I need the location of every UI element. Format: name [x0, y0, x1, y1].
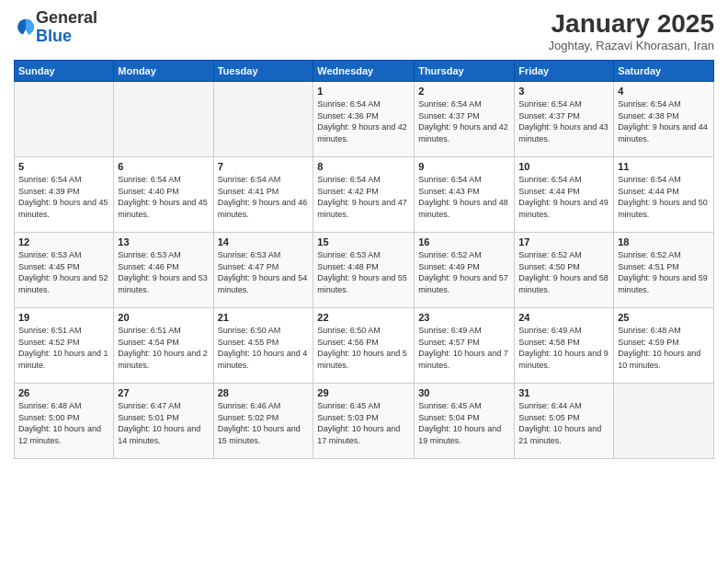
table-row: 7Sunrise: 6:54 AM Sunset: 4:41 PM Daylig…	[213, 157, 313, 233]
day-info: Sunrise: 6:53 AM Sunset: 4:47 PM Dayligh…	[218, 249, 310, 295]
calendar-header-row: Sunday Monday Tuesday Wednesday Thursday…	[15, 61, 714, 82]
day-info: Sunrise: 6:51 AM Sunset: 4:54 PM Dayligh…	[118, 325, 209, 371]
table-row: 4Sunrise: 6:54 AM Sunset: 4:38 PM Daylig…	[614, 82, 714, 157]
day-info: Sunrise: 6:54 AM Sunset: 4:43 PM Dayligh…	[418, 174, 510, 220]
day-number: 15	[317, 236, 410, 247]
table-row: 23Sunrise: 6:49 AM Sunset: 4:57 PM Dayli…	[415, 308, 515, 384]
table-row: 5Sunrise: 6:54 AM Sunset: 4:39 PM Daylig…	[15, 157, 114, 233]
day-number: 20	[118, 312, 209, 323]
day-number: 21	[218, 312, 310, 323]
calendar-week-row: 5Sunrise: 6:54 AM Sunset: 4:39 PM Daylig…	[15, 157, 714, 233]
table-row: 24Sunrise: 6:49 AM Sunset: 4:58 PM Dayli…	[515, 308, 614, 384]
day-number: 9	[418, 161, 510, 172]
table-row: 15Sunrise: 6:53 AM Sunset: 4:48 PM Dayli…	[313, 233, 415, 308]
day-number: 14	[218, 236, 310, 247]
table-row: 18Sunrise: 6:52 AM Sunset: 4:51 PM Dayli…	[614, 233, 714, 308]
table-row: 17Sunrise: 6:52 AM Sunset: 4:50 PM Dayli…	[515, 233, 614, 308]
logo-blue-text: Blue	[36, 27, 72, 45]
day-info: Sunrise: 6:53 AM Sunset: 4:48 PM Dayligh…	[317, 249, 410, 295]
day-number: 2	[418, 86, 510, 97]
table-row: 26Sunrise: 6:48 AM Sunset: 5:00 PM Dayli…	[15, 384, 114, 459]
day-info: Sunrise: 6:48 AM Sunset: 4:59 PM Dayligh…	[618, 325, 710, 371]
table-row: 13Sunrise: 6:53 AM Sunset: 4:46 PM Dayli…	[114, 233, 213, 308]
day-number: 31	[518, 387, 609, 398]
table-row: 28Sunrise: 6:46 AM Sunset: 5:02 PM Dayli…	[213, 384, 313, 459]
day-number: 22	[317, 312, 410, 323]
logo-icon	[16, 16, 36, 36]
day-number: 26	[18, 387, 109, 398]
day-number: 5	[18, 161, 109, 172]
day-info: Sunrise: 6:50 AM Sunset: 4:55 PM Dayligh…	[218, 325, 310, 371]
col-monday: Monday	[114, 61, 213, 82]
day-number: 6	[118, 161, 209, 172]
day-number: 1	[317, 86, 410, 97]
table-row: 21Sunrise: 6:50 AM Sunset: 4:55 PM Dayli…	[213, 308, 313, 384]
day-number: 29	[317, 387, 410, 398]
logo: General Blue	[14, 9, 97, 46]
day-info: Sunrise: 6:53 AM Sunset: 4:45 PM Dayligh…	[18, 249, 109, 295]
table-row: 31Sunrise: 6:44 AM Sunset: 5:05 PM Dayli…	[515, 384, 614, 459]
table-row: 29Sunrise: 6:45 AM Sunset: 5:03 PM Dayli…	[313, 384, 415, 459]
day-info: Sunrise: 6:53 AM Sunset: 4:46 PM Dayligh…	[118, 249, 209, 295]
day-info: Sunrise: 6:54 AM Sunset: 4:42 PM Dayligh…	[317, 174, 410, 220]
calendar-title: January 2025	[549, 9, 714, 39]
day-number: 25	[618, 312, 710, 323]
day-info: Sunrise: 6:50 AM Sunset: 4:56 PM Dayligh…	[317, 325, 410, 371]
day-info: Sunrise: 6:54 AM Sunset: 4:40 PM Dayligh…	[118, 174, 209, 220]
day-info: Sunrise: 6:45 AM Sunset: 5:04 PM Dayligh…	[418, 400, 510, 446]
header: General Blue January 2025 Joghtay, Razav…	[14, 9, 714, 52]
table-row: 10Sunrise: 6:54 AM Sunset: 4:44 PM Dayli…	[515, 157, 614, 233]
table-row	[213, 82, 313, 157]
table-row: 25Sunrise: 6:48 AM Sunset: 4:59 PM Dayli…	[614, 308, 714, 384]
table-row: 22Sunrise: 6:50 AM Sunset: 4:56 PM Dayli…	[313, 308, 415, 384]
table-row: 3Sunrise: 6:54 AM Sunset: 4:37 PM Daylig…	[515, 82, 614, 157]
day-number: 8	[317, 161, 410, 172]
day-number: 30	[418, 387, 510, 398]
day-info: Sunrise: 6:54 AM Sunset: 4:44 PM Dayligh…	[518, 174, 609, 220]
day-number: 28	[218, 387, 310, 398]
day-info: Sunrise: 6:54 AM Sunset: 4:37 PM Dayligh…	[418, 98, 510, 144]
day-number: 13	[118, 236, 209, 247]
table-row: 14Sunrise: 6:53 AM Sunset: 4:47 PM Dayli…	[213, 233, 313, 308]
day-number: 4	[618, 86, 710, 97]
day-info: Sunrise: 6:52 AM Sunset: 4:50 PM Dayligh…	[518, 249, 609, 295]
calendar-week-row: 19Sunrise: 6:51 AM Sunset: 4:52 PM Dayli…	[15, 308, 714, 384]
title-block: January 2025 Joghtay, Razavi Khorasan, I…	[549, 9, 714, 52]
table-row: 16Sunrise: 6:52 AM Sunset: 4:49 PM Dayli…	[415, 233, 515, 308]
day-info: Sunrise: 6:54 AM Sunset: 4:44 PM Dayligh…	[618, 174, 710, 220]
day-info: Sunrise: 6:45 AM Sunset: 5:03 PM Dayligh…	[317, 400, 410, 446]
table-row: 19Sunrise: 6:51 AM Sunset: 4:52 PM Dayli…	[15, 308, 114, 384]
day-number: 12	[18, 236, 109, 247]
day-info: Sunrise: 6:44 AM Sunset: 5:05 PM Dayligh…	[518, 400, 609, 446]
day-number: 18	[618, 236, 710, 247]
table-row: 20Sunrise: 6:51 AM Sunset: 4:54 PM Dayli…	[114, 308, 213, 384]
day-number: 7	[218, 161, 310, 172]
table-row: 30Sunrise: 6:45 AM Sunset: 5:04 PM Dayli…	[415, 384, 515, 459]
day-info: Sunrise: 6:54 AM Sunset: 4:41 PM Dayligh…	[218, 174, 310, 220]
table-row: 8Sunrise: 6:54 AM Sunset: 4:42 PM Daylig…	[313, 157, 415, 233]
col-wednesday: Wednesday	[313, 61, 415, 82]
day-info: Sunrise: 6:52 AM Sunset: 4:51 PM Dayligh…	[618, 249, 710, 295]
day-info: Sunrise: 6:52 AM Sunset: 4:49 PM Dayligh…	[418, 249, 510, 295]
col-saturday: Saturday	[614, 61, 714, 82]
day-number: 16	[418, 236, 510, 247]
day-number: 3	[518, 86, 609, 97]
day-number: 23	[418, 312, 510, 323]
table-row: 1Sunrise: 6:54 AM Sunset: 4:36 PM Daylig…	[313, 82, 415, 157]
day-info: Sunrise: 6:46 AM Sunset: 5:02 PM Dayligh…	[218, 400, 310, 446]
table-row	[614, 384, 714, 459]
col-tuesday: Tuesday	[213, 61, 313, 82]
day-info: Sunrise: 6:54 AM Sunset: 4:39 PM Dayligh…	[18, 174, 109, 220]
col-thursday: Thursday	[415, 61, 515, 82]
page: General Blue January 2025 Joghtay, Razav…	[0, 0, 728, 563]
day-number: 19	[18, 312, 109, 323]
table-row: 6Sunrise: 6:54 AM Sunset: 4:40 PM Daylig…	[114, 157, 213, 233]
day-info: Sunrise: 6:49 AM Sunset: 4:58 PM Dayligh…	[518, 325, 609, 371]
col-friday: Friday	[515, 61, 614, 82]
day-info: Sunrise: 6:49 AM Sunset: 4:57 PM Dayligh…	[418, 325, 510, 371]
calendar-week-row: 12Sunrise: 6:53 AM Sunset: 4:45 PM Dayli…	[15, 233, 714, 308]
logo-general-text: General	[36, 8, 97, 27]
day-info: Sunrise: 6:54 AM Sunset: 4:37 PM Dayligh…	[518, 98, 609, 144]
calendar-week-row: 1Sunrise: 6:54 AM Sunset: 4:36 PM Daylig…	[15, 82, 714, 157]
calendar-subtitle: Joghtay, Razavi Khorasan, Iran	[549, 39, 714, 52]
